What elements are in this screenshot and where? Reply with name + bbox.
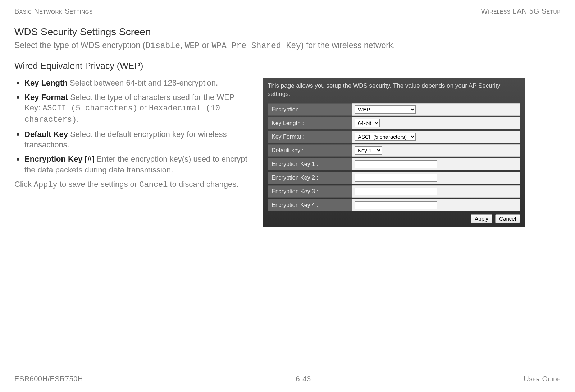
default-key-select[interactable]: Key 1 [355, 146, 382, 155]
closing-frag: Click [14, 180, 34, 189]
row-default-key: Default key : Key 1 [268, 144, 520, 157]
intro-frag: or [200, 41, 211, 50]
label-key-length: Key Length : [268, 117, 352, 129]
term-key-length: Key Length [24, 78, 68, 87]
code-cancel: Cancel [139, 180, 168, 189]
term-encryption-key: Encryption Key [#] [24, 155, 94, 163]
code-wpa: WPA Pre-Shared Key [211, 41, 301, 51]
term-default-key: Default Key [24, 130, 68, 139]
subsection-title: Wired Equivalent Privacy (WEP) [14, 61, 561, 71]
enc-key-4-input[interactable] [355, 201, 437, 209]
key-format-select[interactable]: ASCII (5 characters) [355, 133, 416, 141]
key-length-select[interactable]: 64-bit [355, 119, 380, 127]
list-item: Default Key Select the default encryptio… [14, 129, 252, 150]
intro-frag: ) for the wireless network. [301, 41, 395, 50]
header-left: Basic Network Settings [14, 7, 93, 15]
list-item: Key Length Select between 64-bit and 128… [14, 78, 252, 88]
footer-model: ESR600H/ESR750H [14, 375, 83, 383]
page-header: Basic Network Settings Wireless LAN 5G S… [14, 7, 561, 15]
desc-text: Select between 64-bit and 128-encryption… [68, 78, 218, 87]
label-default-key: Default key : [268, 144, 352, 157]
description-column: Key Length Select between 64-bit and 128… [14, 78, 252, 190]
row-enc-key-4: Encryption Key 4 : [268, 199, 520, 211]
code-ascii: ASCII (5 characters) [42, 104, 137, 113]
settings-panel: This page allows you setup the WDS secur… [263, 78, 525, 227]
bullet-list: Key Length Select between 64-bit and 128… [14, 78, 252, 175]
cancel-button[interactable]: Cancel [495, 214, 520, 223]
row-encryption: Encryption : WEP [268, 103, 520, 116]
term-key-format: Key Format [24, 93, 68, 102]
intro-frag: , [180, 41, 185, 50]
desc-text: or [137, 103, 149, 112]
list-item: Encryption Key [#] Enter the encryption … [14, 154, 252, 175]
intro-frag: Select the type of WDS encryption ( [14, 41, 145, 50]
label-enc-key-3: Encryption Key 3 : [268, 185, 352, 198]
row-key-length: Key Length : 64-bit [268, 117, 520, 129]
row-enc-key-3: Encryption Key 3 : [268, 185, 520, 198]
button-row: Apply Cancel [268, 214, 520, 223]
label-encryption: Encryption : [268, 103, 352, 116]
cell-default-key: Key 1 [352, 144, 520, 157]
enc-key-1-input[interactable] [355, 160, 437, 168]
enc-key-3-input[interactable] [355, 188, 437, 195]
cell-enc-key-1 [352, 158, 520, 170]
desc-text: . [77, 115, 79, 124]
label-enc-key-1: Encryption Key 1 : [268, 158, 352, 170]
closing-text: Click Apply to save the settings or Canc… [14, 179, 252, 190]
cell-enc-key-2 [352, 172, 520, 184]
cell-key-length: 64-bit [352, 117, 520, 129]
code-disable: Disable [145, 41, 180, 51]
section-title: WDS Security Settings Screen [14, 26, 561, 38]
label-key-format: Key Format : [268, 131, 352, 143]
cell-enc-key-3 [352, 185, 520, 198]
cell-encryption: WEP [352, 103, 520, 116]
header-right: Wireless LAN 5G Setup [481, 7, 561, 15]
row-key-format: Key Format : ASCII (5 characters) [268, 131, 520, 143]
page-footer: ESR600H/ESR750H 6-43 User Guide [14, 375, 561, 383]
footer-guide: User Guide [524, 375, 561, 383]
closing-frag: to discard changes. [168, 180, 238, 189]
closing-frag: to save the settings or [58, 180, 139, 189]
code-apply: Apply [34, 180, 58, 189]
enc-key-2-input[interactable] [355, 174, 437, 182]
cell-enc-key-4 [352, 199, 520, 211]
intro-text: Select the type of WDS encryption (Disab… [14, 41, 561, 51]
panel-note: This page allows you setup the WDS secur… [268, 82, 520, 98]
list-item: Key Format Select the type of characters… [14, 92, 252, 125]
row-enc-key-2: Encryption Key 2 : [268, 172, 520, 184]
encryption-select[interactable]: WEP [355, 105, 416, 114]
code-wep: WEP [185, 41, 200, 51]
cell-key-format: ASCII (5 characters) [352, 131, 520, 143]
row-enc-key-1: Encryption Key 1 : [268, 158, 520, 170]
content-row: Key Length Select between 64-bit and 128… [14, 78, 561, 227]
footer-page-number: 6-43 [296, 375, 311, 383]
label-enc-key-2: Encryption Key 2 : [268, 172, 352, 184]
label-enc-key-4: Encryption Key 4 : [268, 199, 352, 211]
apply-button[interactable]: Apply [471, 214, 492, 223]
